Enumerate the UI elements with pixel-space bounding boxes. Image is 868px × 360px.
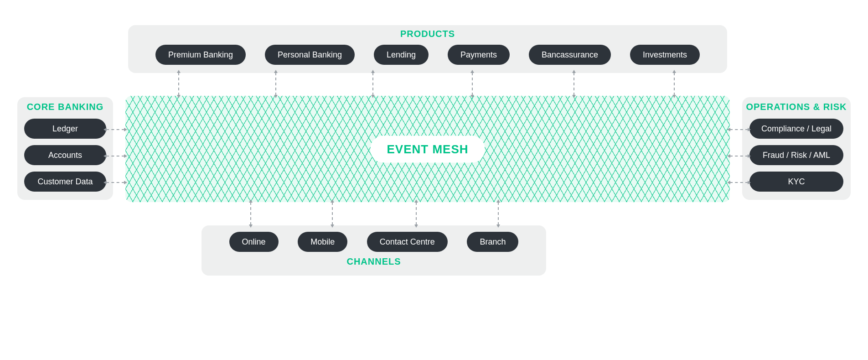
products-row: Premium Banking Personal Banking Lending…	[128, 45, 727, 65]
core-accounts: Accounts	[24, 145, 106, 165]
connector-horizontal	[106, 156, 124, 157]
core-banking-panel: CORE BANKING Ledger Accounts Customer Da…	[17, 97, 113, 200]
channel-online: Online	[229, 232, 279, 252]
channels-title: CHANNELS	[202, 256, 546, 267]
channel-mobile: Mobile	[298, 232, 347, 252]
connector-horizontal	[106, 182, 124, 183]
connector-vertical	[332, 202, 333, 225]
channel-contact-centre: Contact Centre	[367, 232, 448, 252]
connector-horizontal	[730, 156, 748, 157]
product-investments: Investments	[630, 45, 700, 65]
connector-vertical	[250, 202, 251, 225]
ops-compliance-legal: Compliance / Legal	[749, 119, 843, 139]
core-banking-title: CORE BANKING	[17, 102, 113, 112]
connector-vertical	[472, 73, 473, 95]
connector-vertical	[574, 73, 574, 95]
product-personal-banking: Personal Banking	[265, 45, 355, 65]
event-mesh: EVENT MESH	[125, 96, 730, 202]
channels-panel: Online Mobile Contact Centre Branch CHAN…	[202, 225, 546, 276]
product-lending: Lending	[374, 45, 429, 65]
connector-horizontal	[106, 129, 124, 130]
ops-kyc: KYC	[749, 172, 843, 192]
connector-vertical	[275, 73, 276, 95]
products-title: PRODUCTS	[128, 29, 727, 39]
product-bancassurance: Bancassurance	[529, 45, 611, 65]
ops-fraud-risk-aml: Fraud / Risk / AML	[749, 145, 843, 165]
product-premium-banking: Premium Banking	[155, 45, 246, 65]
operations-risk-panel: OPERATIONS & RISK Compliance / Legal Fra…	[742, 97, 851, 200]
event-mesh-label: EVENT MESH	[370, 136, 485, 162]
product-payments: Payments	[448, 45, 510, 65]
connector-vertical	[178, 73, 179, 95]
products-panel: PRODUCTS Premium Banking Personal Bankin…	[128, 25, 727, 73]
connector-vertical	[498, 202, 499, 225]
core-ledger: Ledger	[24, 119, 106, 139]
connector-vertical	[416, 202, 417, 225]
connector-horizontal	[730, 182, 748, 183]
connector-horizontal	[730, 129, 748, 130]
operations-risk-title: OPERATIONS & RISK	[742, 102, 851, 112]
channel-branch: Branch	[467, 232, 518, 252]
connector-vertical	[674, 73, 675, 95]
channels-row: Online Mobile Contact Centre Branch	[202, 232, 546, 252]
connector-vertical	[372, 73, 373, 95]
core-customer-data: Customer Data	[24, 172, 106, 192]
